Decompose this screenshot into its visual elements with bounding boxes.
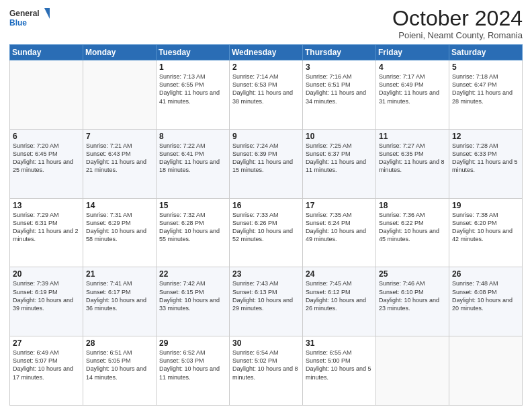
calendar-cell bbox=[449, 336, 523, 406]
cell-info: Sunrise: 6:54 AM Sunset: 5:02 PM Dayligh… bbox=[232, 349, 300, 381]
day-number: 31 bbox=[306, 338, 373, 348]
svg-text:General: General bbox=[9, 9, 40, 18]
cell-info: Sunrise: 6:51 AM Sunset: 5:05 PM Dayligh… bbox=[86, 349, 153, 381]
calendar-cell: 31Sunrise: 6:55 AM Sunset: 5:00 PM Dayli… bbox=[303, 336, 376, 406]
cell-info: Sunrise: 7:45 AM Sunset: 6:12 PM Dayligh… bbox=[306, 279, 373, 312]
calendar-table: SundayMondayTuesdayWednesdayThursdayFrid… bbox=[9, 44, 523, 406]
cell-info: Sunrise: 7:28 AM Sunset: 6:33 PM Dayligh… bbox=[452, 142, 519, 175]
day-number: 15 bbox=[159, 201, 226, 210]
cell-info: Sunrise: 6:52 AM Sunset: 5:03 PM Dayligh… bbox=[159, 349, 226, 381]
day-header-tuesday: Tuesday bbox=[157, 45, 230, 60]
day-header-friday: Friday bbox=[376, 45, 449, 60]
day-number: 2 bbox=[232, 62, 300, 72]
cell-info: Sunrise: 7:41 AM Sunset: 6:17 PM Dayligh… bbox=[86, 279, 153, 312]
cell-info: Sunrise: 7:36 AM Sunset: 6:22 PM Dayligh… bbox=[379, 211, 446, 244]
month-title: October 2024 bbox=[392, 7, 523, 30]
calendar-cell: 5Sunrise: 7:18 AM Sunset: 6:47 PM Daylig… bbox=[449, 60, 523, 130]
cell-info: Sunrise: 7:22 AM Sunset: 6:41 PM Dayligh… bbox=[159, 142, 226, 175]
day-number: 16 bbox=[232, 201, 300, 210]
calendar-cell: 30Sunrise: 6:54 AM Sunset: 5:02 PM Dayli… bbox=[230, 336, 303, 406]
day-number: 12 bbox=[452, 132, 519, 141]
svg-marker-2 bbox=[44, 8, 50, 19]
calendar-cell: 11Sunrise: 7:27 AM Sunset: 6:35 PM Dayli… bbox=[376, 129, 449, 198]
calendar-cell: 25Sunrise: 7:46 AM Sunset: 6:10 PM Dayli… bbox=[376, 267, 449, 336]
day-number: 28 bbox=[86, 338, 153, 348]
header: General Blue October 2024 Poieni, Neamt … bbox=[9, 7, 523, 40]
day-number: 21 bbox=[86, 269, 153, 279]
day-number: 4 bbox=[379, 62, 446, 72]
calendar-cell bbox=[83, 60, 157, 130]
calendar-cell: 13Sunrise: 7:29 AM Sunset: 6:31 PM Dayli… bbox=[10, 198, 83, 267]
cell-info: Sunrise: 7:33 AM Sunset: 6:26 PM Dayligh… bbox=[232, 211, 300, 244]
calendar-cell: 28Sunrise: 6:51 AM Sunset: 5:05 PM Dayli… bbox=[83, 336, 157, 406]
day-header-sunday: Sunday bbox=[10, 45, 83, 60]
calendar-cell bbox=[10, 60, 83, 130]
day-number: 1 bbox=[159, 62, 226, 72]
cell-info: Sunrise: 7:29 AM Sunset: 6:31 PM Dayligh… bbox=[13, 211, 80, 244]
day-number: 24 bbox=[306, 269, 373, 279]
calendar-cell: 18Sunrise: 7:36 AM Sunset: 6:22 PM Dayli… bbox=[376, 198, 449, 267]
calendar-cell bbox=[376, 336, 449, 406]
cell-info: Sunrise: 7:38 AM Sunset: 6:20 PM Dayligh… bbox=[452, 211, 519, 244]
calendar-cell: 27Sunrise: 6:49 AM Sunset: 5:07 PM Dayli… bbox=[10, 336, 83, 406]
day-number: 17 bbox=[306, 201, 373, 210]
cell-info: Sunrise: 7:14 AM Sunset: 6:53 PM Dayligh… bbox=[232, 73, 300, 105]
generalblue-logo-icon: General Blue bbox=[9, 7, 50, 31]
cell-info: Sunrise: 7:18 AM Sunset: 6:47 PM Dayligh… bbox=[452, 73, 519, 105]
svg-text:Blue: Blue bbox=[9, 18, 27, 28]
cell-info: Sunrise: 7:17 AM Sunset: 6:49 PM Dayligh… bbox=[379, 73, 446, 105]
day-number: 22 bbox=[159, 269, 226, 279]
cell-info: Sunrise: 7:31 AM Sunset: 6:29 PM Dayligh… bbox=[86, 211, 153, 244]
title-block: October 2024 Poieni, Neamt County, Roman… bbox=[392, 7, 523, 40]
day-number: 10 bbox=[306, 132, 373, 141]
cell-info: Sunrise: 7:35 AM Sunset: 6:24 PM Dayligh… bbox=[306, 211, 373, 244]
calendar-cell: 24Sunrise: 7:45 AM Sunset: 6:12 PM Dayli… bbox=[303, 267, 376, 336]
calendar-cell: 21Sunrise: 7:41 AM Sunset: 6:17 PM Dayli… bbox=[83, 267, 157, 336]
cell-info: Sunrise: 7:39 AM Sunset: 6:19 PM Dayligh… bbox=[13, 279, 80, 312]
calendar-cell: 20Sunrise: 7:39 AM Sunset: 6:19 PM Dayli… bbox=[10, 267, 83, 336]
cell-info: Sunrise: 7:46 AM Sunset: 6:10 PM Dayligh… bbox=[379, 279, 446, 312]
calendar-cell: 8Sunrise: 7:22 AM Sunset: 6:41 PM Daylig… bbox=[157, 129, 230, 198]
calendar-cell: 14Sunrise: 7:31 AM Sunset: 6:29 PM Dayli… bbox=[83, 198, 157, 267]
day-number: 11 bbox=[379, 132, 446, 141]
location-subtitle: Poieni, Neamt County, Romania bbox=[392, 30, 523, 40]
cell-info: Sunrise: 7:32 AM Sunset: 6:28 PM Dayligh… bbox=[159, 211, 226, 244]
calendar-cell: 22Sunrise: 7:42 AM Sunset: 6:15 PM Dayli… bbox=[157, 267, 230, 336]
cell-info: Sunrise: 7:48 AM Sunset: 6:08 PM Dayligh… bbox=[452, 279, 519, 312]
cell-info: Sunrise: 7:16 AM Sunset: 6:51 PM Dayligh… bbox=[306, 73, 373, 105]
day-number: 29 bbox=[159, 338, 226, 348]
logo: General Blue bbox=[9, 7, 50, 31]
day-number: 26 bbox=[452, 269, 519, 279]
calendar-cell: 1Sunrise: 7:13 AM Sunset: 6:55 PM Daylig… bbox=[157, 60, 230, 130]
day-header-thursday: Thursday bbox=[303, 45, 376, 60]
day-number: 27 bbox=[13, 338, 80, 348]
day-header-wednesday: Wednesday bbox=[230, 45, 303, 60]
day-number: 14 bbox=[86, 201, 153, 210]
calendar-cell: 9Sunrise: 7:24 AM Sunset: 6:39 PM Daylig… bbox=[230, 129, 303, 198]
cell-info: Sunrise: 7:43 AM Sunset: 6:13 PM Dayligh… bbox=[232, 279, 300, 312]
day-header-monday: Monday bbox=[83, 45, 157, 60]
day-number: 23 bbox=[232, 269, 300, 279]
calendar-cell: 17Sunrise: 7:35 AM Sunset: 6:24 PM Dayli… bbox=[303, 198, 376, 267]
calendar-cell: 7Sunrise: 7:21 AM Sunset: 6:43 PM Daylig… bbox=[83, 129, 157, 198]
day-number: 8 bbox=[159, 132, 226, 141]
cell-info: Sunrise: 7:13 AM Sunset: 6:55 PM Dayligh… bbox=[159, 73, 226, 105]
calendar-cell: 12Sunrise: 7:28 AM Sunset: 6:33 PM Dayli… bbox=[449, 129, 523, 198]
calendar-cell: 23Sunrise: 7:43 AM Sunset: 6:13 PM Dayli… bbox=[230, 267, 303, 336]
day-number: 6 bbox=[13, 132, 80, 141]
calendar-cell: 26Sunrise: 7:48 AM Sunset: 6:08 PM Dayli… bbox=[449, 267, 523, 336]
calendar-cell: 2Sunrise: 7:14 AM Sunset: 6:53 PM Daylig… bbox=[230, 60, 303, 130]
calendar-cell: 6Sunrise: 7:20 AM Sunset: 6:45 PM Daylig… bbox=[10, 129, 83, 198]
cell-info: Sunrise: 7:24 AM Sunset: 6:39 PM Dayligh… bbox=[232, 142, 300, 175]
calendar-cell: 3Sunrise: 7:16 AM Sunset: 6:51 PM Daylig… bbox=[303, 60, 376, 130]
day-number: 19 bbox=[452, 201, 519, 210]
page: General Blue October 2024 Poieni, Neamt … bbox=[0, 0, 532, 411]
day-number: 18 bbox=[379, 201, 446, 210]
calendar-cell: 4Sunrise: 7:17 AM Sunset: 6:49 PM Daylig… bbox=[376, 60, 449, 130]
day-number: 30 bbox=[232, 338, 300, 348]
calendar-cell: 15Sunrise: 7:32 AM Sunset: 6:28 PM Dayli… bbox=[157, 198, 230, 267]
cell-info: Sunrise: 7:25 AM Sunset: 6:37 PM Dayligh… bbox=[306, 142, 373, 175]
day-number: 9 bbox=[232, 132, 300, 141]
day-number: 7 bbox=[86, 132, 153, 141]
day-number: 5 bbox=[452, 62, 519, 72]
